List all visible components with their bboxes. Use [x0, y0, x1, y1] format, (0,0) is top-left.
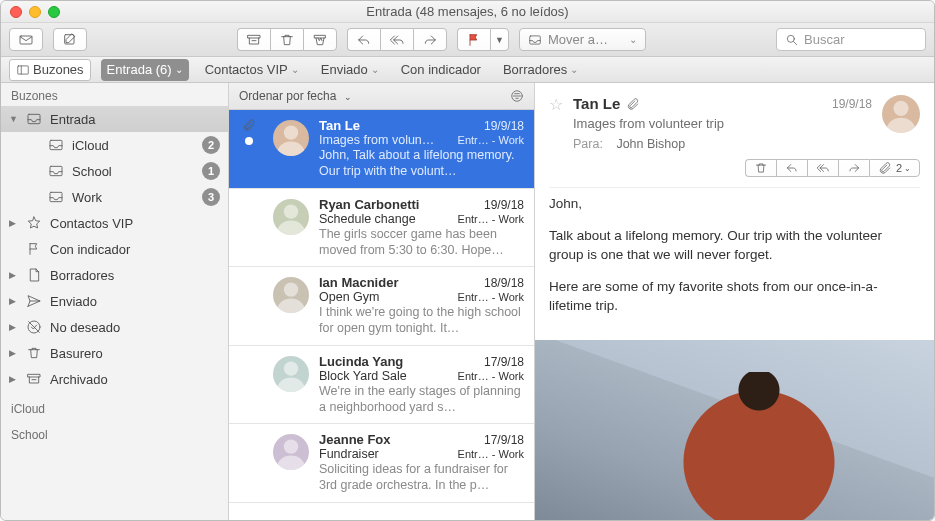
fav-inbox-pill[interactable]: Entrada (6) ⌄	[101, 59, 189, 81]
message-row[interactable]: Ian Macnider 18/9/18 Open Gym Entr… - Wo…	[229, 267, 534, 346]
send-icon	[24, 293, 44, 309]
disclosure-triangle-icon[interactable]: ▶	[9, 270, 18, 280]
reply-icon	[356, 32, 372, 48]
sidebar: Buzones ▼ Entrada iCloud 2 School 1	[1, 83, 229, 521]
sidebar-account[interactable]: iCloud 2	[1, 132, 228, 158]
reader-delete-button[interactable]	[745, 159, 776, 177]
envelope-icon	[18, 32, 34, 48]
sidebar-account[interactable]: Work 3	[1, 184, 228, 210]
disclosure-triangle-icon[interactable]: ▶	[9, 296, 18, 306]
filter-icon	[510, 89, 524, 103]
mailboxes-toggle-button[interactable]: Buzones	[9, 59, 91, 81]
message-row[interactable]: Tan Le 19/9/18 Images from volun… Entr… …	[229, 110, 534, 189]
sidebar-item-doc[interactable]: ▶ Borradores	[1, 262, 228, 288]
message-preview: We're in the early stages of planning a …	[319, 383, 524, 416]
message-subject: Images from volun…	[319, 133, 434, 147]
svg-point-19	[278, 299, 305, 313]
vip-star-icon[interactable]: ☆	[549, 95, 563, 151]
message-date: 19/9/18	[484, 119, 524, 133]
move-to-dropdown[interactable]: Mover a… ⌄	[519, 28, 647, 51]
fav-item[interactable]: Enviado ⌄	[315, 59, 385, 81]
sidebar-item-label: Enviado	[50, 294, 97, 309]
fav-inbox-label: Entrada (6)	[107, 62, 172, 77]
sidebar-icon	[16, 63, 30, 77]
disclosure-triangle-icon[interactable]: ▶	[9, 218, 18, 228]
move-to-label: Mover a…	[548, 32, 608, 47]
svg-rect-8	[50, 140, 62, 149]
search-input[interactable]: Buscar	[776, 28, 926, 51]
sidebar-inbox[interactable]: ▼ Entrada	[1, 106, 228, 132]
fav-item[interactable]: Contactos VIP ⌄	[199, 59, 305, 81]
reader-paragraph: John,	[549, 194, 920, 214]
sidebar-item-flag[interactable]: ▶ Con indicador	[1, 236, 228, 262]
svg-point-16	[284, 204, 298, 218]
attachment-count: 2	[896, 162, 902, 174]
reply-all-icon	[816, 161, 830, 175]
forward-button[interactable]	[413, 28, 447, 51]
svg-point-23	[278, 456, 305, 470]
get-mail-button[interactable]	[9, 28, 43, 51]
message-row[interactable]: Jeanne Fox 17/9/18 Fundraiser Entr… - Wo…	[229, 424, 534, 503]
message-row[interactable]: Lucinda Yang 17/9/18 Block Yard Sale Ent…	[229, 346, 534, 425]
message-list-header: Ordenar por fecha ⌄	[229, 83, 534, 110]
sidebar-item-label: Con indicador	[50, 242, 130, 257]
reader-reply-all-button[interactable]	[807, 159, 838, 177]
message-subject: Open Gym	[319, 290, 379, 304]
trash-icon	[754, 161, 768, 175]
reply-all-button[interactable]	[380, 28, 413, 51]
sidebar-item-trash[interactable]: ▶ Basurero	[1, 340, 228, 366]
message-sender: Lucinda Yang	[319, 354, 403, 369]
flag-group: ▼	[457, 28, 509, 51]
sidebar-item-star[interactable]: ▶ Contactos VIP	[1, 210, 228, 236]
message-preview: The girls soccer game has been moved fro…	[319, 226, 524, 259]
message-row[interactable]: Ryan Carbonetti 19/9/18 Schedule change …	[229, 189, 534, 268]
inbox-icon	[46, 163, 66, 179]
sort-button[interactable]: Ordenar por fecha ⌄	[239, 89, 352, 103]
disclosure-triangle-icon[interactable]: ▶	[9, 374, 18, 384]
reply-group	[347, 28, 447, 51]
reader-attachments-button[interactable]: 2 ⌄	[869, 159, 920, 177]
junk-button[interactable]	[303, 28, 337, 51]
sidebar-item-junk[interactable]: ▶ No deseado	[1, 314, 228, 340]
compose-button[interactable]	[53, 28, 87, 51]
message-preview: John, Talk about a lifelong memory. Our …	[319, 147, 524, 180]
svg-rect-4	[530, 35, 541, 43]
reader-to-label: Para:	[573, 137, 603, 151]
sidebar-account[interactable]: School 1	[1, 158, 228, 184]
attachment-icon	[626, 97, 640, 111]
flag-button[interactable]	[457, 28, 490, 51]
reader-image-attachment[interactable]	[535, 340, 934, 521]
sidebar-item-archive[interactable]: ▶ Archivado	[1, 366, 228, 392]
sidebar-section[interactable]: School	[1, 418, 228, 444]
reply-icon	[785, 161, 799, 175]
flag-menu-button[interactable]: ▼	[490, 28, 509, 51]
delete-button[interactable]	[270, 28, 303, 51]
fav-item[interactable]: Borradores ⌄	[497, 59, 584, 81]
svg-point-18	[284, 282, 298, 296]
disclosure-triangle-icon[interactable]: ▶	[9, 322, 18, 332]
star-icon	[24, 215, 44, 231]
chevron-down-icon: ⌄	[291, 64, 299, 75]
disclosure-triangle-icon[interactable]: ▼	[9, 114, 18, 124]
filter-button[interactable]	[510, 89, 524, 103]
unread-indicator	[245, 137, 253, 145]
message-date: 17/9/18	[484, 433, 524, 447]
archive-button[interactable]	[237, 28, 270, 51]
attachment-icon	[878, 161, 892, 175]
chevron-down-icon: ⌄	[175, 64, 183, 75]
inbox-icon	[24, 111, 44, 127]
sidebar-section[interactable]: iCloud	[1, 392, 228, 418]
reply-button[interactable]	[347, 28, 380, 51]
sidebar-item-send[interactable]: ▶ Enviado	[1, 288, 228, 314]
avatar	[273, 434, 309, 470]
message-mailbox: Entr… - Work	[458, 448, 524, 460]
search-placeholder: Buscar	[804, 32, 844, 47]
disclosure-triangle-icon[interactable]: ▶	[9, 348, 18, 358]
reader-reply-button[interactable]	[776, 159, 807, 177]
fav-item[interactable]: Con indicador	[395, 59, 487, 81]
reader-header: ☆ Tan Le 19/9/18 Images from volunteer t…	[535, 83, 934, 159]
svg-point-20	[284, 361, 298, 375]
reader-forward-button[interactable]	[838, 159, 869, 177]
svg-point-21	[278, 377, 305, 391]
avatar	[273, 199, 309, 235]
